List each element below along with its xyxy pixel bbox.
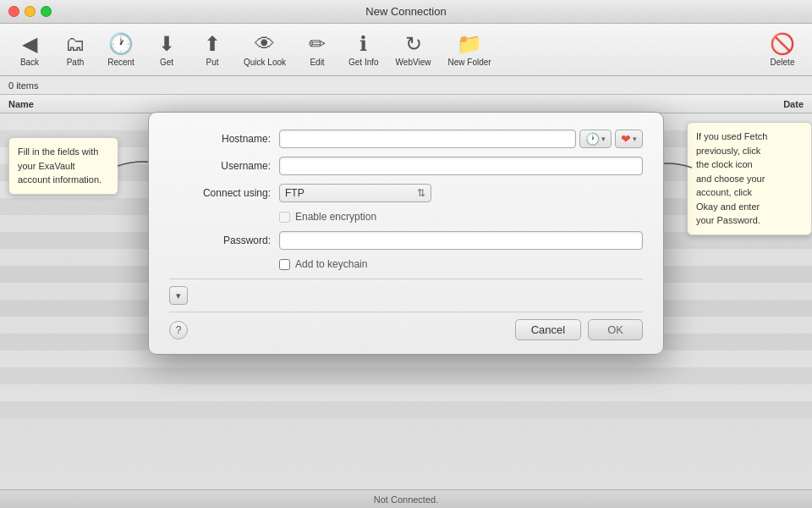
select-arrows-icon: ⇅ [417,187,425,199]
main-content: Name Date Fill in the fields with your E… [0,95,812,489]
bottom-bar: Not Connected. [0,489,812,508]
toolbar-recent[interactable]: 🕐 Recent [100,29,142,70]
hostname-input[interactable] [279,130,576,148]
clock-button[interactable]: 🕐 ▾ [579,130,612,148]
hostname-label: Hostname: [169,133,271,145]
minimize-button[interactable] [25,6,36,17]
toolbar-quick-look[interactable]: 👁 Quick Look [237,29,293,70]
keychain-row: Add to keychain [279,258,643,270]
close-button[interactable] [8,6,19,17]
encryption-row: Enable encryption [279,211,643,223]
expand-section: ▾ [169,286,643,305]
window-title: New Connection [365,5,446,18]
delete-icon: 🚫 [770,32,795,56]
new-folder-icon: 📁 [457,32,482,56]
items-count: 0 items [8,80,38,91]
divider [169,279,643,279]
hostname-row: Hostname: 🕐 ▾ ❤ ▾ [169,130,643,148]
username-label: Username: [169,160,271,172]
toolbar-get-info-label: Get Info [348,58,379,67]
ok-button[interactable]: OK [588,319,643,340]
toolbar-back[interactable]: ◀ Back [8,29,51,70]
toolbar-edit[interactable]: ✏ Edit [296,29,338,70]
toolbar-path-label: Path [67,58,85,67]
favorites-button[interactable]: ❤ ▾ [615,130,643,148]
password-row: Password: [169,231,643,250]
connect-using-row: Connect using: FTP ⇅ [169,184,643,202]
traffic-lights [8,6,52,17]
recent-icon: 🕐 [108,32,134,56]
toolbar: ◀ Back 🗂 Path 🕐 Recent ⬇ Get ⬆ Put 👁 Qui… [0,24,812,76]
toolbar-webview[interactable]: ↻ WebView [389,29,438,70]
toolbar-path[interactable]: 🗂 Path [54,29,96,70]
new-connection-dialog: Hostname: 🕐 ▾ ❤ ▾ Username: [148,112,664,355]
help-button[interactable]: ? [169,321,188,340]
connect-using-value: FTP [285,187,304,199]
get-icon: ⬇ [158,32,175,56]
items-bar: 0 items [0,76,812,95]
maximize-button[interactable] [41,6,52,17]
toolbar-new-folder-label: New Folder [447,58,491,67]
get-info-icon: ℹ [359,32,367,56]
password-label: Password: [169,235,271,246]
favorites-dropdown-arrow: ▾ [633,135,637,143]
toolbar-back-label: Back [20,58,39,67]
webview-icon: ↻ [405,32,422,56]
password-input[interactable] [279,231,643,250]
put-icon: ⬆ [204,32,221,56]
toolbar-put[interactable]: ⬆ Put [191,29,233,70]
modal-overlay: Hostname: 🕐 ▾ ❤ ▾ Username: [0,95,812,489]
connection-status: Not Connected. [374,494,438,505]
quick-look-icon: 👁 [255,32,275,56]
divider2 [169,312,643,312]
toolbar-get-label: Get [160,58,173,67]
title-bar: New Connection [0,0,812,24]
clock-dropdown-arrow: ▾ [601,135,606,143]
toolbar-put-label: Put [206,58,218,67]
clock-icon: 🕐 [585,132,600,146]
toolbar-recent-label: Recent [107,58,134,67]
path-icon: 🗂 [65,32,85,56]
encryption-label: Enable encryption [295,211,376,223]
hostname-input-group: 🕐 ▾ ❤ ▾ [279,130,643,148]
heart-icon: ❤ [621,132,631,146]
keychain-label: Add to keychain [295,258,367,270]
encryption-checkbox[interactable] [279,212,290,223]
toolbar-quick-look-label: Quick Look [244,58,286,67]
cancel-button[interactable]: Cancel [515,319,581,340]
toolbar-webview-label: WebView [396,58,431,67]
username-input[interactable] [279,157,643,175]
edit-icon: ✏ [309,32,326,56]
toolbar-get[interactable]: ⬇ Get [145,29,188,70]
toolbar-delete[interactable]: 🚫 Delete [761,29,804,70]
username-row: Username: [169,157,643,175]
toolbar-delete-label: Delete [771,58,795,67]
keychain-checkbox[interactable] [279,259,290,270]
toolbar-get-info[interactable]: ℹ Get Info [342,29,386,70]
dialog-buttons: ? Cancel OK [169,319,643,340]
back-icon: ◀ [22,32,37,56]
toolbar-new-folder[interactable]: 📁 New Folder [441,29,497,70]
connect-using-select[interactable]: FTP ⇅ [279,184,431,202]
connect-using-label: Connect using: [169,187,271,199]
expand-button[interactable]: ▾ [169,286,188,305]
toolbar-edit-label: Edit [310,58,324,67]
